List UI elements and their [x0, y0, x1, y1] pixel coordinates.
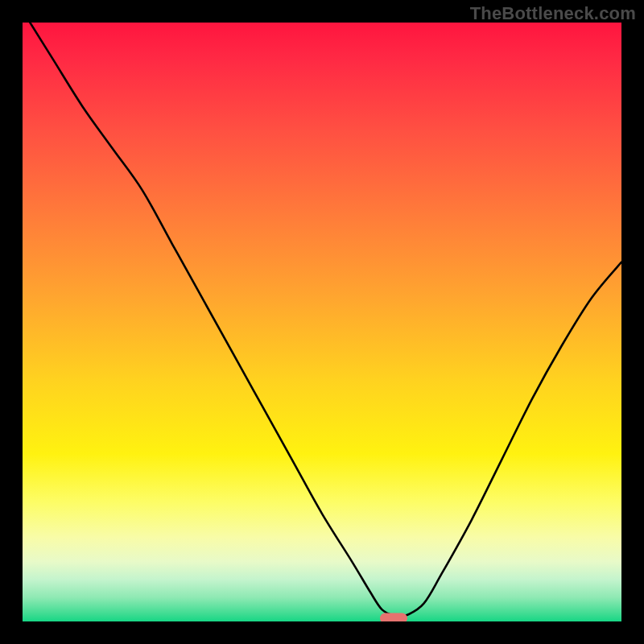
optimal-point-marker — [380, 613, 407, 621]
plot-area — [23, 23, 621, 621]
watermark-text: TheBottleneck.com — [470, 3, 636, 24]
chart-frame: TheBottleneck.com — [0, 0, 644, 644]
bottleneck-curve — [23, 23, 621, 621]
